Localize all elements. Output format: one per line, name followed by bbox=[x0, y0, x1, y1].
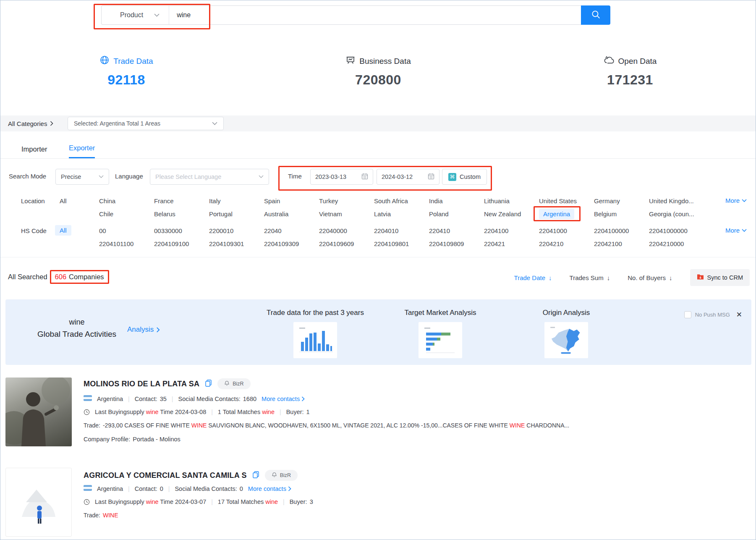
hscode-option[interactable]: 00 bbox=[99, 227, 154, 234]
sync-to-crm-button[interactable]: Sync to CRM bbox=[690, 269, 750, 286]
location-option[interactable]: India bbox=[429, 197, 484, 204]
contact-label: Contact: bbox=[135, 396, 157, 402]
company-info-row: Argentina | Contact:0 | Social Media Con… bbox=[84, 485, 291, 492]
location-row-2: ChileBelarusPortugalAustraliaVietnamLatv… bbox=[99, 210, 704, 218]
sort-controls: Trade Date↓ Trades Sum↓ No. of Buyers↓ S… bbox=[514, 269, 750, 286]
buyer-label: Buyer: bbox=[290, 498, 307, 505]
hscode-all-option[interactable]: All bbox=[55, 225, 71, 236]
location-option[interactable]: China bbox=[99, 197, 154, 204]
sort-label: Trade Date bbox=[514, 274, 545, 281]
location-option[interactable]: Australia bbox=[264, 210, 319, 218]
hscode-option[interactable]: 2204210000 bbox=[649, 240, 704, 247]
copy-icon[interactable] bbox=[205, 380, 212, 388]
hscode-option[interactable]: 2204100 bbox=[484, 227, 539, 234]
no-push-checkbox[interactable] bbox=[684, 311, 691, 318]
company-name[interactable]: MOLINOS RIO DE LA PLATA SA bbox=[84, 380, 199, 388]
hscode-option[interactable]: 2204109609 bbox=[319, 240, 374, 247]
hscode-option[interactable]: 2204109309 bbox=[264, 240, 319, 247]
hscode-option[interactable]: 2204109301 bbox=[209, 240, 264, 247]
location-option[interactable]: Portugal bbox=[209, 210, 264, 218]
argentina-flag-icon bbox=[84, 395, 92, 402]
hscode-option[interactable]: 00330000 bbox=[154, 227, 209, 234]
location-option[interactable]: Spain bbox=[264, 197, 319, 204]
location-option[interactable]: Belarus bbox=[154, 210, 209, 218]
location-option[interactable]: Turkey bbox=[319, 197, 374, 204]
location-option[interactable]: United States bbox=[539, 197, 594, 204]
company-name[interactable]: AGRICOLA Y COMERCIAL SANTA CAMILA S bbox=[84, 471, 247, 480]
hscode-option[interactable]: 2204010 bbox=[374, 227, 429, 234]
bell-icon bbox=[224, 380, 230, 387]
all-categories-link[interactable]: All Categories bbox=[8, 120, 53, 127]
hscode-option[interactable]: 2204109801 bbox=[374, 240, 429, 247]
location-option[interactable]: Argentina bbox=[539, 210, 594, 218]
more-contacts-link[interactable]: More contacts bbox=[248, 485, 291, 492]
more-contacts-label: More contacts bbox=[262, 396, 300, 402]
contact-value: 0 bbox=[160, 485, 163, 492]
language-select[interactable]: Please Select Language bbox=[150, 169, 269, 185]
location-option[interactable]: Poland bbox=[429, 210, 484, 218]
social-contacts-value: 0 bbox=[240, 485, 243, 492]
bizr-badge[interactable]: BizR bbox=[217, 378, 250, 389]
command-key-icon: ⌘ bbox=[448, 173, 456, 181]
location-option[interactable]: Italy bbox=[209, 197, 264, 204]
hscode-option[interactable]: 2200010 bbox=[209, 227, 264, 234]
hscode-option[interactable]: 220410 bbox=[429, 227, 484, 234]
location-option[interactable]: United Kingdo... bbox=[649, 197, 704, 204]
search-mode-select[interactable]: Precise bbox=[55, 169, 109, 185]
location-option[interactable]: Latvia bbox=[374, 210, 429, 218]
hscode-more-link[interactable]: More bbox=[725, 227, 747, 234]
location-option[interactable]: Belgium bbox=[594, 210, 649, 218]
bar-chart-thumbnail[interactable] bbox=[293, 322, 337, 358]
hscode-option[interactable]: 22042100 bbox=[594, 240, 649, 247]
hscode-option[interactable]: 22040 bbox=[264, 227, 319, 234]
search-input[interactable]: wine bbox=[169, 6, 581, 24]
company-photo[interactable] bbox=[5, 377, 72, 446]
location-option[interactable]: Georgia (coun... bbox=[649, 210, 704, 218]
search-category-select[interactable]: Product bbox=[102, 6, 169, 24]
hscode-option[interactable]: 220421 bbox=[484, 240, 539, 247]
hscode-option[interactable]: 2204109809 bbox=[429, 240, 484, 247]
location-all-option[interactable]: All bbox=[60, 197, 67, 204]
hscode-option[interactable]: 2204100000 bbox=[594, 227, 649, 234]
location-option[interactable]: France bbox=[154, 197, 209, 204]
sync-label: Sync to CRM bbox=[707, 274, 743, 281]
location-option[interactable]: New Zealand bbox=[484, 210, 539, 218]
hscode-option[interactable]: 2204210 bbox=[539, 240, 594, 247]
location-option[interactable]: Lithuania bbox=[484, 197, 539, 204]
location-more-link[interactable]: More bbox=[725, 197, 747, 204]
location-option[interactable]: Chile bbox=[99, 210, 154, 218]
more-contacts-link[interactable]: More contacts bbox=[262, 396, 305, 402]
date-from-input[interactable]: 2023-03-13 bbox=[310, 169, 373, 185]
copy-icon[interactable] bbox=[253, 471, 259, 480]
close-icon[interactable]: ✕ bbox=[736, 310, 742, 319]
tab-importer[interactable]: Importer bbox=[21, 140, 47, 158]
tab-exporter[interactable]: Exporter bbox=[69, 139, 95, 158]
hscode-option[interactable]: 22041000 bbox=[539, 227, 594, 234]
location-option[interactable]: Germany bbox=[594, 197, 649, 204]
hscode-option[interactable]: 22040000 bbox=[319, 227, 374, 234]
selected-areas-text: Selected: Argentina Total 1 Areas bbox=[74, 120, 160, 127]
chevron-down-icon bbox=[154, 13, 160, 17]
company-illustration[interactable] bbox=[5, 468, 72, 537]
red-folder-sync-icon bbox=[697, 274, 704, 281]
location-option[interactable]: Vietnam bbox=[319, 210, 374, 218]
search-button[interactable] bbox=[581, 5, 610, 25]
hscode-option[interactable]: 2204101100 bbox=[99, 240, 154, 247]
bizr-badge[interactable]: BizR bbox=[265, 470, 298, 481]
sort-trade-date[interactable]: Trade Date↓ bbox=[514, 274, 552, 281]
location-label: Location bbox=[21, 197, 45, 204]
date-to-input[interactable]: 2024-03-12 bbox=[377, 169, 439, 185]
selected-areas-dropdown[interactable]: Selected: Argentina Total 1 Areas bbox=[68, 117, 224, 130]
horizontal-bar-chart-thumbnail[interactable] bbox=[419, 322, 462, 358]
sort-label: No. of Buyers bbox=[628, 274, 666, 281]
hscode-option[interactable]: 2204109100 bbox=[154, 240, 209, 247]
hscode-option[interactable]: 22041000000 bbox=[649, 227, 704, 234]
sort-no-of-buyers[interactable]: No. of Buyers↓ bbox=[628, 274, 672, 281]
sort-trades-sum[interactable]: Trades Sum↓ bbox=[570, 274, 610, 281]
analysis-link[interactable]: Analysis bbox=[127, 325, 160, 334]
china-map-thumbnail[interactable] bbox=[544, 322, 588, 358]
all-categories-label: All Categories bbox=[8, 120, 47, 127]
date-from-value: 2023-03-13 bbox=[315, 173, 346, 180]
custom-time-button[interactable]: ⌘ Custom bbox=[442, 169, 487, 185]
location-option[interactable]: South Africa bbox=[374, 197, 429, 204]
